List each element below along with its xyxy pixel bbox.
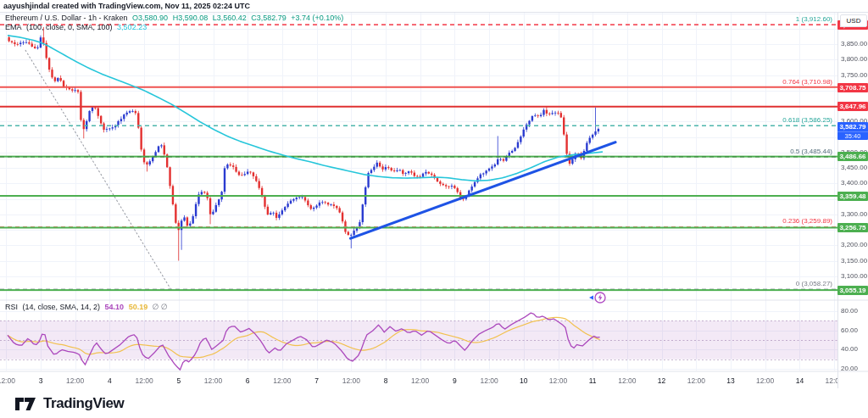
tradingview-mark-icon [15,398,37,410]
fib-level-label: 0.5 (3,485.44) [790,148,832,155]
rsi-sma-value: 50.19 [129,303,148,311]
ema-indicator-legend[interactable]: EMA (100, close, 0, SMA, 100) 3,502.23 [5,23,149,31]
tradingview-logo[interactable]: TradingView [15,395,124,412]
current-price-label: 3,582.7935:40 [837,122,868,140]
time-tick-day: 3 [39,376,43,385]
rsi-name: RSI [5,303,18,311]
price-chart-canvas[interactable] [0,0,868,418]
time-tick-day: 6 [246,376,250,385]
ema-name: EMA [5,23,22,31]
time-tick-intraday: 12:00 [135,376,153,385]
rsi-tick: 80.00 [841,307,858,315]
fib-level-label: 0.764 (3,710.98) [782,78,832,86]
bar-countdown: 35:40 [837,131,868,140]
time-tick-day: 10 [520,376,527,385]
price-tick: 3,400.00 [841,179,867,187]
time-axis[interactable]: 3456789101112131412:0012:0012:0012:0012:… [0,371,837,388]
price-tick: 3,750.00 [841,71,867,79]
watermark-credit: aayushjindal created with TradingView.co… [3,2,250,10]
price-level-label: 3,708.75 [837,83,868,92]
price-level-label: 3,359.48 [837,192,868,201]
time-tick-day: 13 [726,376,734,385]
rsi-tick: 20.00 [841,365,858,372]
price-tick: 3,450.00 [841,164,867,171]
ohlc-close: C3,582.79 [251,14,287,22]
time-tick-intraday: 12:00 [204,376,222,385]
time-tick-day: 9 [453,376,457,385]
time-tick-intraday: 12:00 [273,376,291,385]
time-tick-intraday: 12:00 [480,376,498,385]
ohlc-low: L3,560.42 [213,14,247,22]
time-tick-day: 7 [314,376,319,385]
time-tick-intraday: 12:00 [687,376,705,385]
time-tick-day: 5 [176,376,181,385]
time-tick-day: 8 [384,376,388,385]
ema-value: 3,502.23 [117,23,147,31]
price-tick: 3,800.00 [841,55,867,63]
price-tick: 3,850.00 [841,40,867,47]
price-level-label: 3,256.75 [837,223,868,232]
time-tick-day: 14 [796,376,804,385]
time-tick-day: 11 [589,376,597,385]
time-tick-intraday: 12:00 [411,376,429,385]
time-tick-intraday: 12:00 [756,376,774,385]
brand-name: TradingView [43,395,124,412]
time-tick-intraday: 12:00 [618,376,636,385]
price-tick: 3,300.00 [841,210,867,218]
rsi-value: 54.10 [105,303,125,311]
price-tick: 3,150.00 [841,257,867,265]
price-level-label: 3,647.96 [837,102,868,111]
price-tick: 3,100.00 [841,272,867,280]
current-price-value: 3,582.79 [837,122,868,131]
price-change: +3.74 (+0.10%) [291,14,343,22]
time-tick-intraday: 12:00 [66,376,84,385]
price-scale[interactable]: 3,850.003,800.003,750.003,600.003,500.00… [837,0,868,388]
ohlc-high: H3,590.08 [173,14,209,22]
time-tick-intraday: 12:00 [549,376,567,385]
price-level-label: 3,055.19 [837,286,868,295]
boost-lightning-icon[interactable] [588,291,607,304]
rsi-hidden-values: ∅ ∅ [153,303,168,311]
time-tick-intraday: 12:00 [0,376,15,385]
time-tick-intraday: 12:00 [342,376,360,385]
price-level-label: 3,486.66 [837,152,868,161]
currency-toggle-button[interactable]: USD [840,14,867,27]
price-tick: 3,200.00 [841,241,867,248]
rsi-params: (14, close, SMA, 14, 2) [23,303,101,311]
fib-level-label: 0 (3,058.27) [796,280,832,287]
time-tick-intraday: 12:00 [825,376,837,385]
symbol-title[interactable]: Ethereum / U.S. Dollar - 1h - Kraken [5,14,128,22]
time-tick-day: 12 [658,376,665,385]
fib-level-label: 0.236 (3,259.89) [782,217,832,225]
fib-level-label: 0.618 (3,586.25) [782,116,832,124]
symbol-legend[interactable]: Ethereum / U.S. Dollar - 1h - Kraken O3,… [5,14,346,22]
fib-level-label: 1 (3,912.60) [796,15,832,23]
rsi-tick: 60.00 [841,326,858,334]
ohlc-open: O3,580.90 [132,14,168,22]
time-tick-day: 4 [108,376,112,385]
cursor-arrow-icon [589,296,593,300]
rsi-indicator-legend[interactable]: RSI (14, close, SMA, 14, 2) 54.10 50.19 … [5,303,170,311]
rsi-tick: 40.00 [841,345,858,353]
ema-params: (100, close, 0, SMA, 100) [26,23,113,31]
